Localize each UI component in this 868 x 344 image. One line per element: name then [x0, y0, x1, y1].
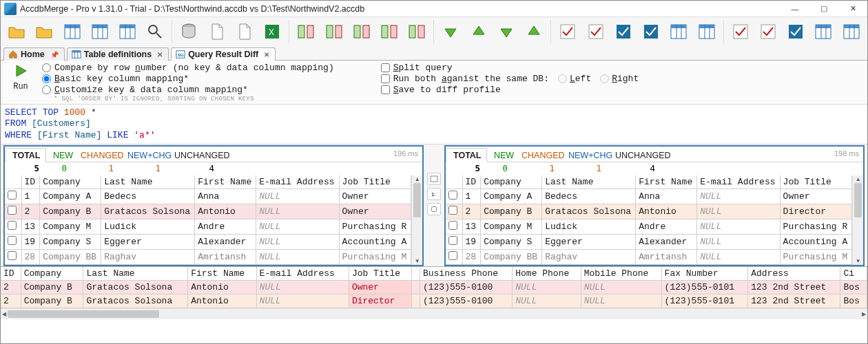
row-check[interactable] — [8, 221, 17, 230]
right-scrollbar[interactable]: ▲ ▼ — [852, 175, 863, 265]
col-header[interactable]: Job Title — [349, 267, 411, 281]
right-tab-new[interactable]: NEW — [487, 149, 515, 162]
right-tab-total[interactable]: TOTAL — [446, 148, 487, 162]
col-header[interactable]: Job Title — [780, 175, 852, 189]
col-header[interactable]: Home Phone — [513, 267, 581, 281]
table-row[interactable]: 19Company SEggererAlexander NULLAccounti… — [446, 234, 852, 249]
opt-basic-key-radio[interactable] — [42, 74, 51, 83]
table-row[interactable]: 2Company BGratacos SolsonaAntonio NULLDi… — [446, 204, 852, 219]
merge-right-all-icon[interactable] — [349, 19, 375, 45]
apply-pair-icon[interactable] — [783, 19, 809, 45]
opt-same-db-left[interactable]: Left — [558, 74, 591, 84]
scroll-left-icon[interactable]: ◀ — [1, 311, 8, 317]
arrow-down-green-icon[interactable] — [437, 19, 464, 45]
table-row[interactable]: 1Company ABedecsAnna NULLOwner — [446, 189, 852, 204]
opt-split-query-check[interactable] — [381, 63, 390, 72]
col-header[interactable]: Last Name — [101, 175, 195, 189]
tab-definitions[interactable]: Table definitions ✕ — [67, 47, 169, 61]
merge-left-all-icon[interactable] — [320, 19, 347, 45]
opt-same-db-right-radio[interactable] — [600, 74, 609, 83]
col-header[interactable] — [411, 267, 420, 281]
opt-basic-key[interactable]: Basic key column mapping* — [42, 74, 334, 84]
left-scrollbar[interactable]: ▲ ▼ — [411, 175, 422, 265]
table-row[interactable]: 2Company BGratacos SolsonaAntonio NULLOw… — [1, 280, 867, 294]
table-row[interactable]: 2Company BGratacos SolsonaAntonio NULLDi… — [1, 294, 867, 308]
minimize-button[interactable]: — — [781, 1, 809, 17]
compare-icon[interactable] — [59, 19, 85, 45]
left-tab-unchanged[interactable]: UNCHANGED — [167, 149, 221, 162]
arrow-pair-icon[interactable] — [838, 19, 865, 45]
table-row[interactable]: 1Company ABedecsAnna NULLOwner — [5, 189, 411, 204]
opt-split-query[interactable]: Split query — [381, 63, 639, 73]
row-check[interactable] — [8, 191, 17, 200]
col-header[interactable]: First Name — [636, 175, 697, 189]
open-file-icon[interactable] — [3, 19, 30, 45]
copy-sheet-icon[interactable] — [231, 19, 258, 45]
check-right-icon[interactable] — [583, 19, 609, 45]
col-header[interactable]: ID — [1, 267, 21, 281]
col-header[interactable] — [5, 175, 21, 189]
row-check[interactable] — [8, 236, 17, 245]
merge-right-icon[interactable] — [376, 19, 402, 45]
sql-editor[interactable]: SELECT TOP 1000 * FROM [Customers] WHERE… — [1, 105, 867, 144]
col-header[interactable]: E-mail Address — [256, 267, 349, 281]
col-header[interactable] — [446, 175, 462, 189]
col-header[interactable]: Company — [481, 175, 542, 189]
arrow-up-double-icon[interactable] — [521, 19, 547, 45]
table-row[interactable]: 28Company BBRaghavAmritansh NULLPurchasi… — [446, 249, 852, 264]
copy-row-left-button[interactable]: 1: — [427, 188, 441, 200]
col-header[interactable]: Address — [748, 267, 840, 281]
scroll-down-icon[interactable]: ▼ — [415, 257, 420, 265]
col-header[interactable]: Company — [40, 175, 101, 189]
col-header[interactable]: First Name — [188, 267, 256, 281]
detail-grid[interactable]: IDCompanyLast NameFirst NameE-mail Addre… — [1, 267, 867, 308]
col-header[interactable]: ID — [21, 175, 40, 189]
row-check[interactable] — [448, 206, 457, 215]
scroll-thumb[interactable] — [8, 310, 159, 318]
table-row[interactable]: 13Company MLudickAndre NULLPurchasing R — [5, 219, 411, 234]
scroll-up-icon[interactable]: ▲ — [856, 175, 861, 183]
row-check[interactable] — [448, 251, 457, 260]
detail-scrollbar[interactable]: ◀ ▶ — [1, 308, 867, 319]
table-row[interactable]: 19Company SEggererAlexander NULLAccounti… — [5, 234, 411, 249]
opt-same-db-check[interactable] — [381, 74, 390, 83]
opt-same-db-left-radio[interactable] — [558, 74, 567, 83]
close-icon[interactable]: ✕ — [264, 51, 269, 58]
reject-pair-icon[interactable] — [810, 19, 836, 45]
col-header[interactable]: E-mail Address — [256, 175, 339, 189]
open-folder-icon[interactable] — [31, 19, 57, 45]
arrow-down-double-icon[interactable] — [493, 19, 519, 45]
col-header[interactable]: Company — [21, 267, 83, 281]
row-check[interactable] — [448, 221, 457, 230]
opt-row-number-radio[interactable] — [42, 63, 51, 72]
tab-query-diff[interactable]: SEL Query Result Diff ✕ — [171, 47, 276, 61]
opt-row-number[interactable]: Compare by row number (no key & data col… — [42, 63, 334, 73]
right-tab-unchanged[interactable]: UNCHANGED — [608, 149, 662, 162]
col-header[interactable]: Ci — [840, 267, 867, 281]
check-pair-off-icon[interactable] — [755, 19, 781, 45]
col-header[interactable]: Last Name — [83, 267, 188, 281]
excel-export-icon[interactable]: X — [259, 19, 285, 45]
run-button[interactable] — [12, 63, 29, 82]
scroll-down-icon[interactable]: ▼ — [856, 257, 861, 265]
copy-row-right-button[interactable] — [427, 173, 441, 185]
left-grid[interactable]: IDCompanyLast NameFirst NameE-mail Addre… — [5, 175, 411, 265]
merge-center-icon[interactable] — [404, 19, 430, 45]
apply-left-icon[interactable] — [610, 19, 637, 45]
col-header[interactable]: First Name — [195, 175, 256, 189]
scroll-right-icon[interactable]: ▶ — [860, 311, 867, 317]
opt-save-profile-check[interactable] — [381, 85, 390, 94]
check-left-icon[interactable] — [555, 19, 581, 45]
close-icon[interactable]: ✕ — [157, 51, 163, 58]
table-row[interactable]: 2Company BGratacos SolsonaAntonio NULLOw… — [5, 204, 411, 219]
close-button[interactable]: ✕ — [838, 1, 867, 17]
col-header[interactable]: Fax Number — [661, 267, 748, 281]
col-header[interactable]: E-mail Address — [697, 175, 780, 189]
col-header[interactable]: ID — [462, 175, 481, 189]
right-grid[interactable]: IDCompanyLast NameFirst NameE-mail Addre… — [446, 175, 852, 265]
left-tab-total[interactable]: TOTAL — [5, 148, 46, 162]
left-tab-newchg[interactable]: NEW+CHG — [121, 149, 167, 162]
opt-save-profile[interactable]: Save to diff profile — [381, 85, 639, 95]
find-icon[interactable] — [142, 19, 168, 45]
row-check[interactable] — [8, 251, 17, 260]
